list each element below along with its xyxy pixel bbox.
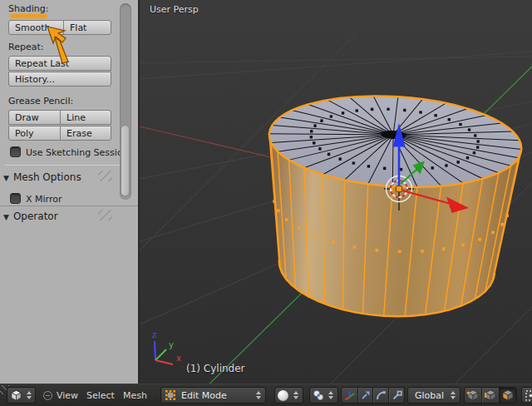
face-select-button-active[interactable] [500,388,516,403]
median-point-icon [313,389,324,401]
grease-pencil-label: Grease Pencil: [8,96,73,106]
smooth-highlight-bar [10,14,47,18]
solid-shading-icon [278,390,288,401]
menu-mesh[interactable]: Mesh [123,390,147,401]
limit-selection-visible-button[interactable] [521,387,532,404]
vertex-select-button[interactable] [465,388,481,403]
axis-z-label: z [152,330,156,339]
view-name-label: User Persp [150,4,199,15]
grease-poly-button[interactable]: Poly [8,126,61,141]
panel-drag-icon[interactable] [98,171,112,181]
scale-square-icon [391,389,402,401]
mode-dropdown-arrows [254,391,264,399]
use-sketching-sessions-label: Use Sketching Sessio [26,147,123,158]
editor-type-button[interactable] [7,387,36,404]
history-button[interactable]: History... [8,72,111,87]
pivot-dropdown-arrows [326,391,336,399]
vertex-select-icon [466,389,480,401]
editor-type-spinner[interactable] [24,391,34,399]
grease-draw-button[interactable]: Draw [8,110,61,125]
grease-erase-button[interactable]: Erase [60,126,111,141]
panel-drag-icon[interactable] [98,210,112,220]
scale-manipulator-button[interactable] [388,388,404,403]
translate-arrow-icon [359,389,371,401]
separator [5,165,121,166]
operator-panel-header[interactable]: ▼Operator [3,210,58,222]
grease-line-button[interactable]: Line [60,110,111,125]
active-object-label: (1) Cylinder [186,363,245,374]
mouse-cursor-icon [42,25,75,67]
collapse-menus-icon[interactable] [43,391,52,400]
face-select-icon [501,389,515,401]
axis-x-label: x [176,354,181,363]
occlude-geometry-icon [525,389,532,402]
orientation-dropdown-arrows [448,391,458,399]
menu-view[interactable]: View [57,390,78,401]
mode-dropdown[interactable]: Edit Mode [160,387,266,404]
viewport-header: View Select Mesh Edit Mode [0,384,532,406]
tool-shelf: Shading: Smooth Flat Repeat: Repeat Last… [0,0,140,384]
operator-panel: ▼Operator [0,205,138,384]
rotate-manipulator-button[interactable] [373,388,388,403]
x-mirror-label: X Mirror [26,194,62,205]
edge-select-icon [484,389,497,401]
viewport-3d[interactable]: zyx User Persp (1) Cylinder [140,0,532,384]
repeat-label: Repeat: [8,42,43,52]
edge-select-button[interactable] [482,388,498,403]
x-mirror-checkbox[interactable] [10,193,21,204]
manipulator-toggle-button[interactable] [342,388,357,403]
menu-select[interactable]: Select [86,390,115,401]
viewport-shading-dropdown[interactable] [274,387,303,404]
shading-label: Shading: [8,3,48,14]
toolshelf-scrollbar-track[interactable] [120,3,131,200]
shading-dropdown-arrows [291,391,301,399]
orientation-dropdown[interactable]: Global [407,387,461,404]
translate-manipulator-button[interactable] [357,388,372,403]
manipulator-group [341,387,405,404]
rotate-arc-icon [375,389,387,401]
pivot-point-dropdown[interactable] [309,387,338,404]
collapse-triangle-icon: ▼ [3,174,9,182]
blender-window: Shading: Smooth Flat Repeat: Repeat Last… [0,0,532,406]
orientation-dropdown-label: Global [415,390,444,401]
edit-mode-icon [165,389,176,401]
editor-3dview-icon [10,389,22,402]
use-sketching-sessions-checkbox[interactable] [10,146,21,157]
mesh-options-panel-header[interactable]: ▼Mesh Options [3,171,81,183]
manipulator-axes-icon [343,389,356,402]
axis-y-label: y [169,340,174,349]
mode-dropdown-label: Edit Mode [181,390,227,401]
toolshelf-scrollbar-thumb[interactable] [121,125,130,196]
collapse-triangle-icon: ▼ [3,213,9,221]
select-mode-group [464,387,517,404]
viewport-canvas[interactable]: zyx [140,0,532,384]
